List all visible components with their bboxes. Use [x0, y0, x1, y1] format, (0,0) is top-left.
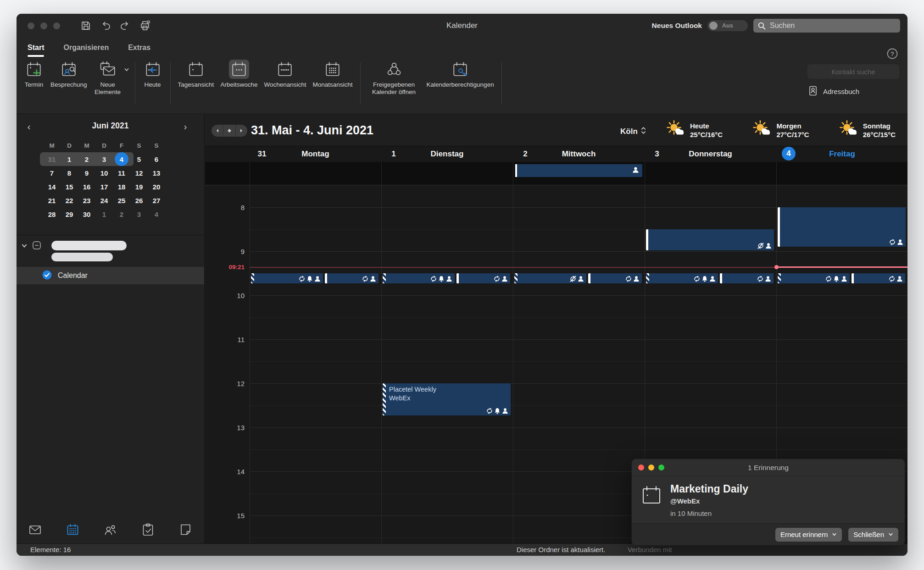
checkbox-checked-icon[interactable] — [42, 270, 52, 282]
tab-organisieren[interactable]: Organisieren — [63, 44, 109, 57]
mini-calendar-day[interactable]: 19 — [130, 180, 148, 194]
day-header-dienstag[interactable]: 1Dienstag — [381, 146, 513, 162]
mini-calendar-day[interactable]: 22 — [61, 194, 78, 207]
event[interactable] — [646, 273, 718, 283]
event[interactable] — [720, 273, 774, 283]
chevron-down-icon[interactable] — [21, 243, 28, 251]
dismiss-button[interactable]: Schließen — [848, 528, 898, 542]
weather-location-picker[interactable]: Köln — [620, 126, 646, 138]
new-items-icon — [98, 60, 118, 79]
mini-calendar-day[interactable]: 3 — [95, 152, 113, 166]
freigegebene-kalender-button[interactable]: Freigegebenen Kalender öffnen — [366, 60, 422, 96]
weather-temps: 25°C/16°C — [690, 131, 723, 138]
mini-calendar-day[interactable]: 29 — [61, 207, 78, 221]
prev-week-icon[interactable] — [212, 125, 223, 137]
mini-calendar-day[interactable]: 13 — [148, 166, 165, 180]
mini-calendar-day[interactable]: 8 — [61, 166, 78, 180]
day-header-mittwoch[interactable]: 2Mittwoch — [513, 146, 645, 162]
mini-calendar-day[interactable]: 25 — [113, 194, 130, 207]
event[interactable] — [383, 273, 455, 283]
event[interactable] — [325, 273, 379, 283]
next-week-icon[interactable] — [236, 125, 247, 137]
day-header-freitag[interactable]: 4Freitag — [776, 146, 907, 162]
mini-calendar-day[interactable]: 2 — [113, 207, 130, 221]
mini-calendar-day[interactable]: 5 — [130, 152, 148, 166]
ribbon-divider — [501, 62, 502, 105]
mini-calendar-day[interactable]: 15 — [61, 180, 78, 194]
mini-calendar-day[interactable]: 31 — [43, 152, 61, 166]
ribbon-button-label: Termin — [25, 81, 44, 89]
mini-calendar-day[interactable]: 10 — [95, 166, 113, 180]
module-people-button[interactable] — [92, 523, 129, 539]
mini-calendar-day[interactable]: 4 — [148, 207, 165, 221]
event-icons — [486, 408, 508, 414]
calendar-list-item[interactable]: Calendar — [17, 267, 204, 284]
module-tasks-button[interactable] — [129, 523, 167, 539]
module-notes-button[interactable] — [167, 523, 204, 539]
mini-calendar-day[interactable]: 20 — [148, 180, 165, 194]
mini-calendar-day[interactable]: 11 — [113, 166, 130, 180]
outlook-calendar-window: Kalender Neues Outlook Aus Suchen StartO… — [17, 14, 907, 556]
monatsansicht-button[interactable]: Monatsansicht — [311, 60, 354, 89]
new-outlook-toggle[interactable]: Aus — [707, 20, 748, 31]
event[interactable] — [456, 273, 510, 283]
mini-calendar-day[interactable]: 24 — [95, 194, 113, 207]
contact-search-field[interactable]: Kontakt suche — [807, 64, 899, 79]
person-icon — [896, 276, 903, 282]
event[interactable] — [514, 273, 586, 283]
wochenansicht-button[interactable]: Wochenansicht — [262, 60, 308, 89]
reminder-window: 1 Erinnerung Marketing Daily @WebEx in 1… — [631, 459, 905, 546]
mini-calendar-day[interactable]: 14 — [43, 180, 61, 194]
event[interactable] — [646, 229, 774, 250]
event[interactable] — [778, 207, 906, 247]
day-header-montag[interactable]: 31Montag — [250, 146, 381, 162]
mini-calendar-next-icon[interactable]: › — [179, 121, 191, 133]
day-header-donnerstag[interactable]: 3Donnerstag — [645, 146, 776, 162]
collapse-box-icon[interactable] — [32, 241, 41, 252]
all-day-event[interactable] — [515, 164, 642, 177]
recurrence-icon — [889, 276, 895, 282]
mini-calendar-day[interactable]: 1 — [95, 207, 113, 221]
mini-calendar-day[interactable]: 2 — [78, 152, 95, 166]
mini-calendar-day[interactable]: 12 — [130, 166, 148, 180]
mini-calendar-day[interactable]: 16 — [78, 180, 95, 194]
module-mail-button[interactable] — [17, 523, 54, 539]
event[interactable] — [778, 273, 850, 283]
tab-start[interactable]: Start — [28, 44, 44, 57]
mini-calendar-day[interactable]: 3 — [130, 207, 148, 221]
mini-calendar-day[interactable]: 9 — [78, 166, 95, 180]
neue-elemente-button[interactable]: Neue Elemente — [92, 60, 124, 96]
event-placetel-weekly[interactable]: Placetel WeeklyWebEx — [383, 383, 511, 415]
snooze-button[interactable]: Erneut erinnern — [775, 528, 842, 542]
mini-calendar-day[interactable]: 21 — [43, 194, 61, 207]
module-calendar-button[interactable] — [54, 523, 92, 539]
arbeitswoche-button[interactable]: Arbeitswoche — [218, 60, 259, 89]
today-diamond-icon[interactable] — [223, 125, 235, 137]
heute-button[interactable]: Heute — [141, 60, 165, 89]
chevron-down-icon[interactable] — [124, 66, 129, 72]
hour-label: 12 — [205, 380, 245, 387]
mini-calendar-day[interactable]: 4 — [113, 152, 130, 166]
mini-calendar-day[interactable]: 18 — [113, 180, 130, 194]
event[interactable] — [251, 273, 323, 283]
tab-extras[interactable]: Extras — [128, 44, 150, 57]
termin-button[interactable]: Termin — [22, 60, 46, 89]
address-book-button[interactable]: Adressbuch — [807, 85, 899, 98]
event[interactable] — [852, 273, 905, 283]
kalenderberechtigungen-button[interactable]: Kalenderberechtigungen — [425, 60, 496, 89]
mini-calendar-day[interactable]: 23 — [78, 194, 95, 207]
mini-calendar-day[interactable]: 27 — [148, 194, 165, 207]
besprechung-button[interactable]: Besprechung — [49, 60, 89, 89]
mini-calendar-day[interactable]: 7 — [43, 166, 61, 180]
tagesansicht-button[interactable]: Tagesansicht — [176, 60, 216, 89]
contact-card-icon — [807, 85, 818, 98]
help-icon[interactable]: ? — [886, 48, 898, 60]
mini-calendar-day[interactable]: 26 — [130, 194, 148, 207]
search-input[interactable]: Suchen — [753, 19, 900, 33]
mini-calendar-day[interactable]: 1 — [61, 152, 78, 166]
mini-calendar-day[interactable]: 6 — [148, 152, 165, 166]
mini-calendar-day[interactable]: 28 — [43, 207, 61, 221]
mini-calendar-day[interactable]: 30 — [78, 207, 95, 221]
mini-calendar-day[interactable]: 17 — [95, 180, 113, 194]
event[interactable] — [588, 273, 642, 283]
